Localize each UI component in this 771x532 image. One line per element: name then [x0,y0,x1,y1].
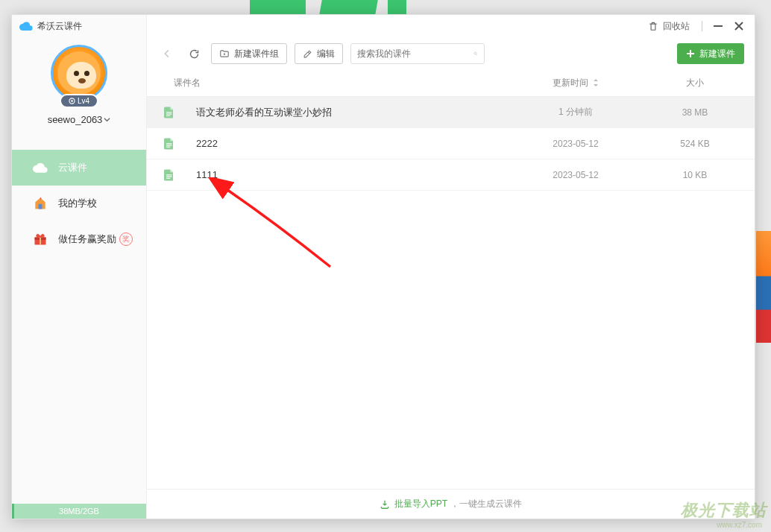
reward-badge: 奖 [119,232,133,246]
plus-icon [686,49,695,58]
file-name: 1111 [184,169,501,180]
back-button [157,44,177,63]
svg-rect-7 [40,238,41,245]
table-row[interactable]: 22222023-05-12524 KB [147,128,755,159]
main-area: 回收站 新建课件组 编辑 新建课件 [147,15,755,519]
edit-button[interactable]: 编辑 [295,43,343,64]
gift-icon [33,232,48,247]
cloud-icon [33,160,48,175]
svg-rect-11 [166,113,172,114]
table-body: 语文老师必看的互动课堂小妙招1 分钟前38 MB22222023-05-1252… [147,97,755,489]
close-button[interactable] [731,18,747,34]
svg-rect-12 [166,115,170,115]
svg-rect-16 [166,174,172,175]
col-name-header[interactable]: 课件名 [162,77,501,89]
file-size: 524 KB [650,139,740,149]
sidebar-item-label: 云课件 [58,161,87,174]
table-header: 课件名 更新时间 大小 [147,70,755,97]
app-window: 希沃云课件 Lv4 seewo_2063 云课件 我的学校 [11,14,755,519]
svg-rect-18 [166,177,170,178]
svg-rect-15 [166,146,170,147]
watermark-sub: www.xz7.com [717,521,762,529]
file-time: 2023-05-12 [501,139,650,149]
avatar[interactable] [51,45,107,101]
table-row[interactable]: 语文老师必看的互动课堂小妙招1 分钟前38 MB [147,97,755,128]
file-time: 1 分钟前 [501,106,650,118]
background-fragment [756,231,771,343]
svg-rect-17 [166,176,172,177]
file-size: 38 MB [650,107,740,118]
file-name: 语文老师必看的互动课堂小妙招 [184,106,501,119]
file-time: 2023-05-12 [501,170,650,180]
caret-down-icon [104,116,110,123]
sidebar-item-label: 我的学校 [58,197,97,210]
titlebar-left: 希沃云课件 [12,15,146,37]
sidebar-nav: 云课件 我的学校 做任务赢奖励 奖 [12,150,146,504]
import-ppt-link[interactable]: 批量导入PPT [380,498,447,510]
folder-plus-icon [219,48,230,59]
username[interactable]: seewo_2063 [48,114,111,125]
svg-rect-13 [166,143,172,144]
minimize-button[interactable] [710,18,726,34]
storage-label: 38MB/2GB [59,507,99,516]
recycle-bin-link[interactable]: 回收站 [643,19,694,34]
svg-rect-3 [39,204,43,209]
edit-icon [303,49,312,59]
svg-point-1 [71,100,73,102]
storage-bar: 38MB/2GB [12,504,146,519]
app-title: 希沃云课件 [37,20,82,33]
search-input[interactable] [357,48,469,59]
svg-rect-8 [714,25,723,27]
toolbar: 新建课件组 编辑 新建课件 [147,37,755,70]
footer-hint: ，一键生成云课件 [450,498,522,510]
sidebar-item-my-school[interactable]: 我的学校 [12,186,146,221]
svg-rect-14 [166,145,172,145]
new-group-button[interactable]: 新建课件组 [211,43,287,64]
refresh-button[interactable] [184,44,204,63]
col-time-header[interactable]: 更新时间 [501,77,650,89]
col-size-header[interactable]: 大小 [650,77,740,89]
file-size: 10 KB [650,170,740,180]
avatar-block: Lv4 seewo_2063 [12,37,146,131]
search-box[interactable] [350,43,485,64]
sidebar-item-label: 做任务赢奖励 [58,232,116,246]
footer-bar: 批量导入PPT ，一键生成云课件 [147,489,755,519]
sort-icon [593,78,599,89]
search-icon [473,48,478,59]
svg-rect-10 [166,112,172,113]
trash-icon [648,21,658,31]
school-icon [33,196,48,211]
file-name: 2222 [184,138,501,149]
new-courseware-button[interactable]: 新建课件 [677,43,744,64]
table-row[interactable]: 11112023-05-1210 KB [147,159,755,191]
sidebar-item-rewards[interactable]: 做任务赢奖励 奖 [12,221,146,257]
svg-point-9 [474,52,476,54]
level-badge: Lv4 [60,94,98,108]
import-icon [380,499,390,510]
cloud-icon [19,21,33,31]
titlebar-right: 回收站 [147,15,755,37]
sidebar-item-cloud-courseware[interactable]: 云课件 [12,150,146,186]
sidebar: 希沃云课件 Lv4 seewo_2063 云课件 我的学校 [12,15,147,519]
